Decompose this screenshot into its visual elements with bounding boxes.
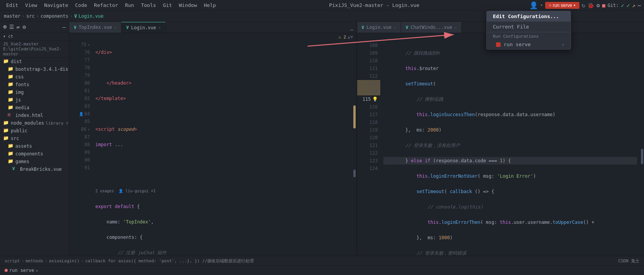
sidebar-item-public[interactable]: 📁 public [0, 127, 69, 135]
tab-more-menu[interactable]: ⋯ [347, 27, 356, 33]
run-dot [5, 269, 8, 272]
left-code-panel: V TopIndex.vue ✕ V Login.vue ✕ ⋯ [69, 22, 357, 256]
sidebar-item-breakbricks[interactable]: V BreakBricks.vue [0, 165, 69, 173]
right-code-lines[interactable]: // 跳转路由到h this.$router setTimeout( // 两秒… [380, 42, 641, 256]
breadcrumb-src[interactable]: src [27, 13, 35, 19]
run-configurations-section: Run Configurations [487, 32, 571, 40]
close-topindex[interactable]: ✕ [114, 25, 116, 30]
run-dropdown: Edit Configurations... Current File Run … [486, 11, 571, 50]
filter-icon[interactable]: ⇌ [17, 24, 20, 30]
git-arrow-icon: ↗ [632, 2, 635, 8]
run-serve-config-item[interactable]: run serve › [487, 40, 571, 49]
tab-login[interactable]: V Login.vue ✕ [121, 22, 166, 33]
stop-icon[interactable]: ■ [602, 2, 605, 8]
status-callback[interactable]: callback for axios({ method: 'post', ...… [85, 258, 254, 264]
tab-topindex[interactable]: V TopIndex.vue ✕ [69, 22, 121, 33]
menu-run[interactable]: Run [122, 2, 137, 9]
folder-icon: 📁 [3, 58, 9, 65]
menu-window[interactable]: Window [176, 2, 200, 9]
build-icon[interactable]: ⚙ [596, 2, 599, 8]
close-right-login[interactable]: ✕ [394, 25, 396, 30]
folder-icon: 📁 [8, 74, 14, 80]
run-icon: ■ [549, 3, 551, 7]
tab-right-login[interactable]: V Login.vue ✕ [357, 22, 401, 33]
warning-up[interactable]: ▲ [348, 34, 350, 40]
status-script[interactable]: script [5, 258, 20, 263]
sidebar: ⊕ ☰ ⇌ ⚙ — ▾ ct JS_Vue2-master E:\gitCode… [0, 22, 69, 256]
sidebar-item-games[interactable]: 📁 games [0, 158, 69, 165]
sort-icon[interactable]: ☰ [9, 24, 14, 30]
breadcrumb-filename[interactable]: Login.vue [78, 13, 103, 19]
sidebar-item-bootstrap[interactable]: 📁 bootstrap-3.4.1-dist [0, 65, 69, 73]
menu-tools[interactable]: Tools [138, 2, 159, 9]
sidebar-item-img[interactable]: 📁 img [0, 88, 69, 96]
window-title: PixiJS_Vue2-master - Login.vue [220, 2, 529, 8]
folder-icon: 📁 [8, 105, 14, 111]
edit-configurations-item[interactable]: Edit Configurations... [487, 11, 571, 22]
tab-chatwindow[interactable]: V ChatWindo...vue ✕ [401, 22, 462, 33]
menu-help[interactable]: Help [201, 2, 219, 9]
settings-icon[interactable]: ⚙ [23, 24, 26, 30]
add-icon[interactable]: ⊕ [3, 23, 7, 30]
sidebar-item-src[interactable]: 📁 src [0, 135, 69, 142]
status-axioslogin[interactable]: axiosLogin() [49, 258, 79, 263]
user-icon[interactable]: 👤 [529, 1, 538, 9]
run-dropdown-arrow[interactable]: ▾ [574, 3, 576, 7]
user-dropdown[interactable]: ▾ [540, 3, 543, 8]
status-methods[interactable]: methods [25, 258, 43, 263]
folder-icon: 📁 [8, 89, 14, 95]
folder-icon: 📁 [8, 143, 14, 149]
menu-edit[interactable]: Edit [3, 2, 21, 9]
run-close[interactable]: ✕ [36, 268, 38, 273]
menu-git[interactable]: Git [160, 2, 175, 9]
menu-navigate[interactable]: Navigate [41, 2, 72, 9]
sidebar-item-dist[interactable]: 📁 dist [0, 58, 69, 65]
folder-icon: 📁 [8, 82, 14, 88]
breadcrumb-master[interactable]: master [4, 13, 20, 19]
warning-down[interactable]: ▼ [350, 34, 353, 40]
menu-code[interactable]: Code [72, 2, 90, 9]
run-config-icon [496, 42, 501, 47]
dropdown-menu: Edit Configurations... Current File Run … [486, 11, 571, 50]
menu-view[interactable]: View [22, 2, 40, 9]
right-scrollbar[interactable] [640, 42, 644, 256]
project-path: JS_Vue2-master E:\gitCode\PixiJS_Vue2-ma… [0, 41, 69, 58]
debug-icon[interactable]: 🐞 [587, 2, 594, 8]
toolbar-right: 👤 ▾ ■ run serve ▾ ↻ 🐞 ⚙ ■ Git: ✓ ✓ ↗ ⋯ [529, 1, 641, 9]
folder-icon: 📁 [8, 151, 14, 157]
sidebar-item-css[interactable]: 📁 css [0, 73, 69, 81]
breadcrumb-components[interactable]: components [41, 13, 68, 19]
menubar: Edit View Navigate Code Refactor Run Too… [0, 0, 644, 11]
sidebar-item-fonts[interactable]: 📁 fonts [0, 81, 69, 88]
run-serve-button[interactable]: ■ run serve ▾ [545, 2, 579, 9]
runbar: run serve ✕ [0, 265, 644, 275]
sidebar-item-components[interactable]: 📁 components [0, 150, 69, 158]
hide-icon[interactable]: — [63, 24, 66, 30]
right-gutter: 108 109 110 111 112 113 114 115💡 116 117… [357, 42, 380, 256]
git-more-icon[interactable]: ⋯ [638, 2, 641, 8]
sidebar-item-assets[interactable]: 📁 assets [0, 142, 69, 150]
right-code-content[interactable]: 108 109 110 111 112 113 114 115💡 116 117… [357, 42, 644, 256]
project-select[interactable]: ▾ ct [3, 34, 13, 39]
sidebar-item-js[interactable]: 📁 js [0, 96, 69, 104]
left-tab-bar: V TopIndex.vue ✕ V Login.vue ✕ ⋯ [69, 22, 356, 33]
left-scrollbar[interactable] [353, 41, 356, 256]
sidebar-item-index-html[interactable]: H index.html [0, 112, 69, 119]
close-chatwindow[interactable]: ✕ [454, 25, 457, 30]
git-check-icon: ✓ [621, 2, 624, 8]
sidebar-item-media[interactable]: 📁 media [0, 104, 69, 112]
csdn-label: CSDN 鬼士 [618, 258, 639, 264]
folder-icon: 📁 [8, 66, 14, 72]
breadcrumb-file[interactable]: V [74, 13, 77, 19]
refresh-icon[interactable]: ↻ [582, 2, 586, 9]
status-right: CSDN 鬼士 [618, 258, 639, 264]
left-code-content[interactable]: 75▾ 76 77 78 79 80 81 82 83 👤 84 [69, 41, 356, 256]
sidebar-item-node-modules[interactable]: 📁 node_modules library root [0, 119, 69, 127]
chevron-right-icon: › [561, 42, 564, 47]
run-serve-tab[interactable]: run serve ✕ [5, 268, 38, 273]
close-login[interactable]: ✕ [158, 25, 161, 30]
project-header: ▾ ct [0, 32, 69, 41]
menu-refactor[interactable]: Refactor [91, 2, 121, 9]
current-file-item[interactable]: Current File [487, 22, 571, 32]
left-code-lines[interactable]: </div> </header> </template> <script sco… [92, 41, 353, 256]
